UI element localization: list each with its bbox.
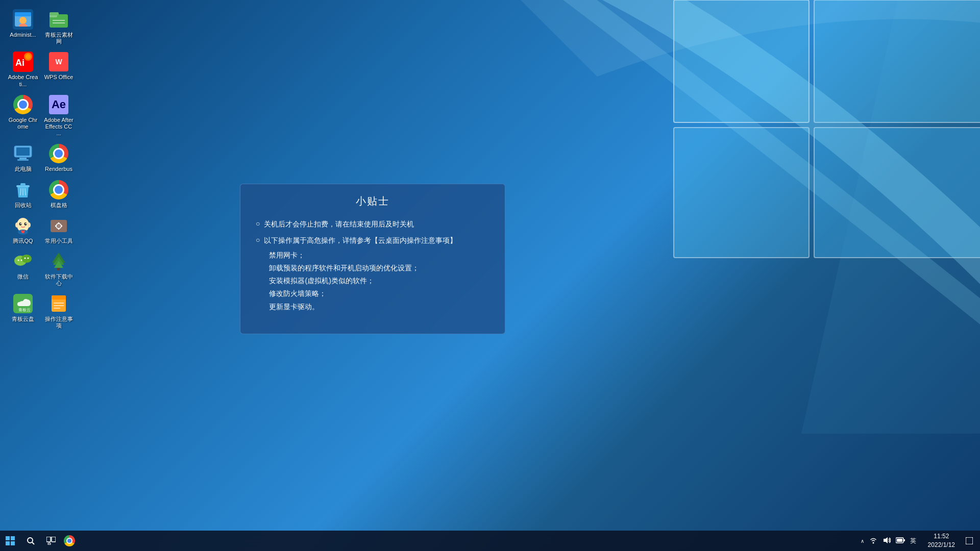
svg-point-40 (24, 257, 26, 259)
icon-tools[interactable]: 常用小工具 (41, 211, 77, 247)
svg-point-62 (872, 542, 874, 543)
administrator-icon (13, 9, 33, 30)
renderbus-label: Renderbus (45, 166, 72, 172)
tray-volume-icon[interactable] (881, 535, 892, 547)
tips-bullet-1: ○ (256, 219, 260, 228)
svg-rect-21 (20, 183, 26, 186)
google-chrome-label: Google Chrome (8, 117, 38, 130)
wechat-label: 微信 (17, 273, 29, 280)
adobe-ae-label: Adobe After Effects CC ... (43, 117, 74, 137)
svg-rect-65 (903, 539, 905, 541)
svg-rect-45 (57, 268, 60, 270)
qq-label: 腾讯QQ (13, 238, 33, 244)
icon-adobe-ae[interactable]: Ae Adobe After Effects CC ... (41, 90, 77, 140)
svg-line-22 (20, 188, 21, 195)
icon-qingban-material[interactable]: 青板云素材网 (41, 5, 77, 47)
svg-text:青板云: 青板云 (18, 308, 31, 312)
icon-renderbus[interactable]: Renderbus (41, 139, 77, 175)
svg-point-39 (21, 259, 22, 261)
svg-point-35 (56, 223, 61, 229)
clock-time: 11:52 (934, 532, 949, 541)
software-download-icon (48, 251, 69, 271)
tips-sub-item-5: 更新显卡驱动。 (264, 300, 457, 313)
recycle-bin-icon (13, 180, 33, 200)
qingban-material-icon (48, 9, 69, 30)
wechat-icon (13, 251, 33, 271)
notification-button[interactable] (961, 531, 977, 551)
qingban-cloud-icon: 青板云 (13, 293, 33, 314)
windows-logo (495, 0, 980, 434)
taskbar-right: ∧ (855, 531, 980, 551)
svg-point-15 (26, 54, 31, 59)
icon-qingban-cloud[interactable]: 青板云 青板云盘 (5, 289, 41, 332)
svg-rect-11 (50, 12, 59, 15)
tips-sub-item-4: 修改防火墙策略； (264, 287, 457, 300)
svg-rect-18 (19, 158, 27, 159)
tray-language-icon[interactable]: 英 (909, 536, 918, 546)
tools-icon (48, 215, 69, 236)
adobe-creative-icon: Ai (13, 52, 33, 72)
chess-icon (48, 180, 69, 200)
software-download-label: 软件下载中心 (43, 273, 74, 287)
chess-label: 棋盘格 (51, 202, 67, 209)
icon-google-chrome[interactable]: Google Chrome (5, 90, 41, 140)
svg-rect-59 (46, 537, 51, 542)
svg-point-8 (19, 17, 27, 24)
svg-rect-66 (897, 539, 902, 542)
svg-rect-60 (52, 537, 56, 542)
icon-software-download[interactable]: 软件下载中心 (41, 247, 77, 289)
tips-sub-item-3: 安装模拟器(虚拟机)类似的软件； (264, 274, 457, 287)
tips-title: 小贴士 (256, 194, 489, 208)
tips-text-1: 关机后才会停止扣费，请在结束使用后及时关机 (264, 218, 414, 230)
svg-point-29 (20, 223, 21, 224)
clock-date: 2022/1/12 (928, 541, 955, 549)
tips-item-2: ○ 以下操作属于高危操作，详情参考【云桌面内操作注意事项】 禁用网卡； 卸载预装… (256, 235, 489, 313)
icon-wechat[interactable]: 微信 (5, 247, 41, 289)
icon-chess[interactable]: 棋盘格 (41, 176, 77, 211)
task-view-button[interactable] (41, 531, 61, 551)
tray-network-icon[interactable] (868, 535, 879, 547)
icon-recycle-bin[interactable]: 回收站 (5, 176, 41, 211)
icon-this-pc[interactable]: 此电脑 (5, 139, 41, 175)
icon-adobe-creative[interactable]: Ai Adobe Creati... (5, 47, 41, 90)
operation-notes-label: 操作注意事项 (43, 316, 74, 329)
search-button[interactable] (20, 531, 41, 551)
this-pc-icon (13, 143, 33, 164)
google-chrome-icon (13, 94, 33, 115)
icon-qq[interactable]: 腾讯QQ (5, 211, 41, 247)
qq-icon (13, 215, 33, 236)
svg-point-37 (21, 255, 32, 263)
this-pc-label: 此电脑 (15, 166, 32, 172)
start-button[interactable] (0, 531, 20, 551)
svg-point-32 (28, 222, 31, 228)
taskbar-chrome-button[interactable] (61, 531, 78, 551)
svg-rect-61 (48, 543, 51, 545)
svg-rect-49 (52, 295, 66, 299)
qingban-cloud-label: 青板云盘 (12, 316, 34, 322)
tray-battery-icon[interactable] (894, 535, 906, 547)
administrator-label: Administ... (10, 32, 36, 38)
tips-sub-item-2: 卸载预装的程序软件和开机启动项的优化设置； (264, 262, 457, 274)
tray-expand-button[interactable]: ∧ (859, 537, 866, 545)
adobe-ae-icon: Ae (48, 94, 69, 115)
icon-wps-office[interactable]: W WPS Office (41, 47, 77, 90)
svg-line-24 (25, 188, 26, 195)
tips-sub-list: 禁用网卡； 卸载预装的程序软件和开机启动项的优化设置； 安装模拟器(虚拟机)类似… (264, 249, 457, 313)
tips-sub-item-1: 禁用网卡； (264, 249, 457, 262)
recycle-bin-label: 回收站 (15, 202, 32, 209)
svg-text:Ai: Ai (15, 58, 24, 68)
svg-point-31 (15, 222, 18, 228)
wps-office-icon: W (48, 52, 69, 72)
icon-operation-notes[interactable]: 操作注意事项 (41, 289, 77, 332)
taskbar: ∧ (0, 531, 980, 551)
svg-rect-3 (674, 128, 809, 258)
clock-area[interactable]: 11:52 2022/1/12 (923, 532, 960, 549)
system-tray: ∧ (855, 535, 922, 547)
svg-point-30 (26, 223, 27, 224)
tips-popup: 小贴士 ○ 关机后才会停止扣费，请在结束使用后及时关机 ○ 以下操作属于高危操作… (240, 184, 505, 334)
svg-point-27 (19, 222, 22, 226)
svg-rect-67 (966, 537, 973, 544)
svg-point-57 (28, 538, 33, 543)
svg-point-28 (24, 222, 27, 226)
icon-administrator[interactable]: Administ... (5, 5, 41, 47)
